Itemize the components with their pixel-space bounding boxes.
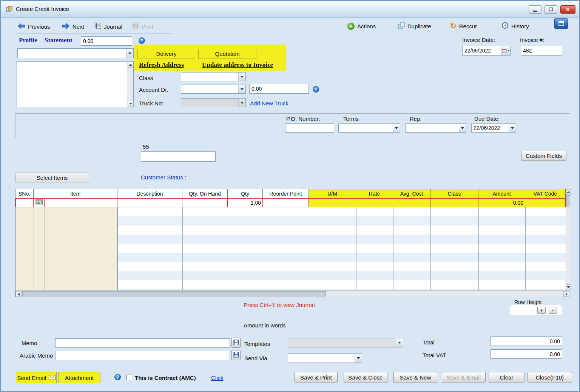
maximize-button[interactable] (545, 5, 557, 14)
active-cell-marker[interactable] (34, 198, 45, 207)
due-date-select[interactable]: 22/06/2022 (471, 123, 516, 133)
col-header-avg-cost[interactable]: Avg. Cost (393, 189, 430, 198)
account-dr-select[interactable] (181, 85, 246, 94)
save-new-button[interactable]: Save & New (393, 372, 437, 383)
grid-scroll-up-icon[interactable] (566, 189, 571, 195)
account-dr-select-arrow-icon[interactable] (238, 85, 245, 93)
grid-hscroll-thumb[interactable] (22, 291, 326, 296)
arabic-memo-save-button[interactable] (231, 350, 241, 360)
send-via-select-arrow-icon[interactable] (355, 354, 362, 363)
minimize-button[interactable] (529, 5, 541, 14)
po-number-field[interactable] (285, 123, 334, 133)
send-via-select[interactable] (288, 353, 362, 363)
class-select[interactable] (181, 72, 246, 81)
add-new-truck-link[interactable]: Add New Truck (250, 100, 288, 106)
templates-select[interactable] (288, 338, 403, 347)
actions-button[interactable]: + Actions (347, 21, 376, 31)
active-cell-um[interactable] (309, 198, 356, 207)
truck-no-select-arrow-icon[interactable] (238, 99, 245, 107)
memo-save-button[interactable] (231, 338, 241, 348)
save-email-button[interactable]: Save & Email (442, 372, 486, 383)
refresh-address-link[interactable]: Refresh Address (139, 61, 184, 69)
history-button[interactable]: History (501, 21, 529, 31)
active-cell-qty[interactable]: 1.00 (228, 198, 263, 207)
save-close-button[interactable]: Save & Close (344, 372, 387, 383)
quotation-button[interactable]: Quotation (198, 49, 256, 59)
save-print-button[interactable]: Save & Print (295, 372, 338, 383)
profile-help-icon[interactable]: ? (139, 37, 145, 44)
customer-select[interactable] (17, 48, 134, 58)
templates-select-arrow-icon[interactable] (396, 338, 403, 347)
journal-button[interactable]: Journal (95, 22, 122, 31)
active-cell-qty-on-hand[interactable] (182, 198, 228, 207)
col-header-sno[interactable]: SNo. (15, 189, 34, 198)
rep-select[interactable] (405, 123, 466, 133)
reccur-button[interactable]: ↻ Reccur (450, 21, 477, 31)
active-cell-amount[interactable]: 0.00 (478, 198, 525, 207)
grid-vscroll-thumb[interactable] (566, 195, 570, 207)
invoice-date-picker[interactable]: 22/06/2022 (462, 46, 511, 56)
col-header-vat-code[interactable]: VAT Code (525, 189, 566, 198)
total-vat-field[interactable] (491, 349, 562, 359)
total-field[interactable] (491, 336, 562, 346)
grid-scroll-down-icon[interactable] (566, 284, 571, 290)
account-dr-amount-field[interactable] (249, 84, 309, 94)
terms-select[interactable] (338, 123, 400, 133)
active-cell-description[interactable] (117, 198, 182, 207)
arabic-memo-field[interactable] (55, 351, 230, 360)
class-select-arrow-icon[interactable] (238, 73, 245, 81)
col-header-qty-on-hand[interactable]: Qty. On Hand (182, 189, 228, 198)
address-scroll-up-icon[interactable] (128, 62, 133, 68)
row-height-decrease-button[interactable]: - (549, 307, 557, 314)
active-cell-vat-code[interactable] (525, 198, 566, 207)
grid-scroll-right-icon[interactable] (563, 291, 569, 297)
due-date-arrow-icon[interactable] (509, 124, 516, 132)
col-header-rate[interactable]: Rate (356, 189, 393, 198)
col-header-class[interactable]: Class (430, 189, 478, 198)
delivery-button[interactable]: Delivery (137, 49, 195, 59)
terms-select-arrow-icon[interactable] (393, 124, 400, 132)
close-f10-button[interactable]: Close(F10) (528, 372, 572, 383)
contract-checkbox[interactable] (126, 375, 132, 380)
truck-no-select[interactable] (181, 98, 246, 107)
active-cell-sno[interactable] (15, 198, 34, 207)
profile-link[interactable]: Profile (19, 37, 37, 44)
account-dr-help-icon[interactable]: ? (313, 86, 319, 93)
print-button[interactable]: Print (132, 22, 153, 31)
grid-body[interactable] (15, 207, 566, 290)
expand-window-button[interactable] (554, 18, 568, 29)
col-header-um[interactable]: U/M (309, 189, 356, 198)
memo-field[interactable] (55, 338, 230, 348)
col-header-reorder-point[interactable]: Reorder Point (263, 189, 309, 198)
row-height-increase-button[interactable]: + (537, 307, 546, 314)
statement-amount-field[interactable] (81, 36, 132, 46)
active-cell-reorder-point[interactable] (263, 198, 309, 207)
active-cell-class[interactable] (430, 198, 478, 207)
col-header-description[interactable]: Description (117, 189, 182, 198)
active-cell-item[interactable] (45, 198, 117, 207)
active-cell-avg-cost[interactable] (393, 198, 430, 207)
next-button[interactable]: Next (62, 22, 84, 31)
contract-click-link[interactable]: Click (211, 375, 224, 381)
select-items-button[interactable]: Select Items (15, 173, 89, 182)
custom-fields-button[interactable]: Custom Fields (521, 151, 566, 161)
attachment-button[interactable]: Attachment (58, 372, 100, 383)
active-cell-rate[interactable] (356, 198, 393, 207)
col-header-item[interactable]: Item (34, 189, 117, 198)
send-email-button[interactable]: Send Email (16, 372, 57, 383)
grid-scroll-left-icon[interactable] (15, 291, 22, 297)
invoice-number-field[interactable] (521, 46, 562, 56)
previous-button[interactable]: Previous (17, 22, 50, 31)
clear-button[interactable]: Clear (489, 372, 524, 383)
address-scroll-down-icon[interactable] (128, 101, 133, 106)
col-header-qty[interactable]: Qty (228, 189, 263, 198)
rep-select-arrow-icon[interactable] (459, 124, 466, 132)
address-scrollbar[interactable] (127, 62, 133, 107)
col-header-amount[interactable]: Amount (478, 189, 525, 198)
customer-address-box[interactable] (17, 61, 134, 107)
ref-number-field[interactable] (141, 151, 216, 162)
customer-select-arrow-icon[interactable] (126, 49, 133, 58)
update-address-link[interactable]: Update address to Invoice (202, 61, 273, 69)
grid-horizontal-scrollbar[interactable] (15, 290, 570, 297)
statement-link[interactable]: Statement (45, 37, 72, 44)
